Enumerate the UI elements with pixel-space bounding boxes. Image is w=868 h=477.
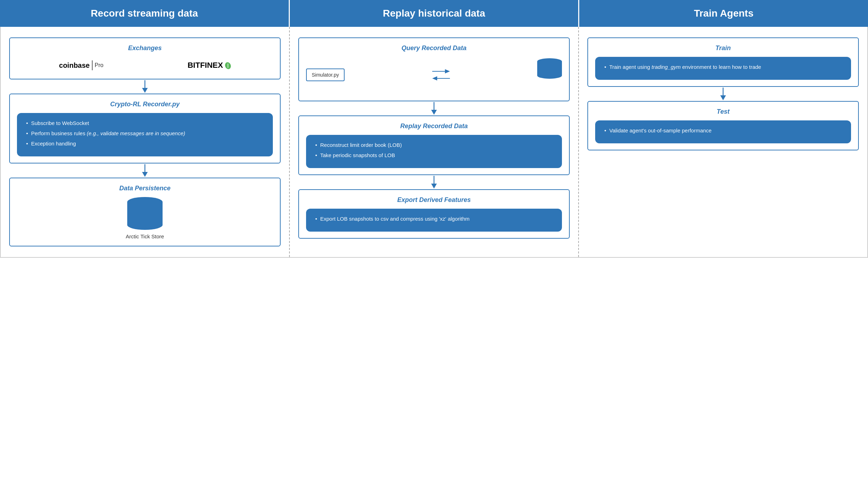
arrow-query-to-replay — [298, 101, 570, 115]
column-replay: Query Recorded Data Simulator.py — [290, 27, 579, 257]
bitfinex-leaf-icon — [224, 62, 231, 68]
column-train: Train Train agent using trading_gym envi… — [579, 27, 867, 257]
coinbase-pro-text: Pro — [95, 62, 104, 68]
test-title: Test — [595, 108, 851, 115]
exchanges-title: Exchanges — [17, 44, 273, 52]
recorder-list: Subscribe to WebSocket Perform business … — [25, 119, 265, 147]
small-arctic-container: Arctic TickStore — [537, 58, 562, 91]
simulator-box: Simulator.py — [306, 68, 345, 81]
arrow-left-icon — [432, 76, 450, 81]
test-card: Validate agent's out-of-sample performan… — [595, 120, 851, 143]
svg-marker-11 — [431, 110, 437, 115]
bitfinex-text: BITFINEX — [188, 61, 223, 70]
arrow-replay-to-export — [298, 175, 570, 189]
arrow-recorder-to-persistence — [9, 163, 281, 178]
export-box: Export Derived Features Export LOB snaps… — [298, 189, 570, 239]
header-col1: Record streaming data — [0, 0, 290, 27]
svg-marker-5 — [142, 172, 148, 177]
small-db-bottom — [537, 72, 562, 79]
svg-marker-15 — [720, 95, 726, 100]
svg-marker-9 — [432, 76, 437, 81]
coinbase-logo: coinbase Pro — [59, 60, 104, 70]
train-box: Train Train agent using trading_gym envi… — [587, 37, 859, 87]
arctic-db-cylinder — [127, 197, 163, 230]
test-item-1: Validate agent's out-of-sample performan… — [603, 127, 843, 134]
arrow-right-icon — [432, 68, 450, 74]
content-row: Exchanges coinbase Pro BITFINEX — [0, 27, 868, 258]
export-card: Export LOB snapshots to csv and compress… — [306, 209, 562, 232]
replay-box: Replay Recorded Data Reconstruct limit o… — [298, 115, 570, 175]
arctic-db-label: Arctic Tick Store — [126, 233, 164, 239]
exchanges-box: Exchanges coinbase Pro BITFINEX — [9, 37, 281, 79]
replay-item-2: Take periodic snapshots of LOB — [314, 151, 554, 159]
db-top — [127, 197, 163, 207]
recorder-card: Subscribe to WebSocket Perform business … — [17, 113, 273, 156]
db-bottom — [127, 220, 163, 230]
train-item-1: Train agent using trading_gym environmen… — [603, 63, 843, 71]
train-title: Train — [595, 44, 851, 52]
main-container: Record streaming data Replay historical … — [0, 0, 868, 258]
replay-item-1: Reconstruct limit order book (LOB) — [314, 141, 554, 149]
recorder-box: Crypto-RL Recorder.py Subscribe to WebSo… — [9, 94, 281, 163]
export-item-1: Export LOB snapshots to csv and compress… — [314, 215, 554, 222]
query-box: Query Recorded Data Simulator.py — [298, 37, 570, 101]
arrow-train-to-test — [587, 87, 859, 101]
recorder-item-2: Perform business rules (e.g., validate m… — [25, 130, 265, 137]
coinbase-separator — [92, 60, 93, 70]
recorder-item-3: Exception handling — [25, 140, 265, 147]
persistence-title: Data Persistence — [17, 185, 273, 192]
query-inner: Simulator.py — [306, 57, 562, 94]
arctic-db-container: Arctic Tick Store — [17, 197, 273, 239]
svg-marker-7 — [445, 69, 450, 73]
coinbase-text: coinbase — [59, 61, 90, 70]
train-list: Train agent using trading_gym environmen… — [603, 63, 843, 71]
column-record: Exchanges coinbase Pro BITFINEX — [1, 27, 290, 257]
train-card: Train agent using trading_gym environmen… — [595, 57, 851, 80]
export-title: Export Derived Features — [306, 196, 562, 204]
svg-marker-13 — [431, 184, 437, 189]
exchanges-logos: coinbase Pro BITFINEX — [17, 57, 273, 72]
arrow-exchanges-to-recorder — [9, 79, 281, 94]
replay-list: Reconstruct limit order book (LOB) Take … — [314, 141, 554, 159]
test-list: Validate agent's out-of-sample performan… — [603, 127, 843, 134]
header-row: Record streaming data Replay historical … — [0, 0, 868, 27]
query-title: Query Recorded Data — [306, 44, 562, 52]
header-col3: Train Agents — [579, 0, 868, 27]
arrows-between — [432, 68, 450, 81]
test-box: Test Validate agent's out-of-sample perf… — [587, 101, 859, 150]
svg-marker-3 — [142, 88, 148, 93]
persistence-box: Data Persistence Arctic Tick Store — [9, 178, 281, 246]
bitfinex-logo: BITFINEX — [188, 61, 231, 70]
small-arctic-label: Arctic TickStore — [539, 81, 560, 91]
recorder-item-1: Subscribe to WebSocket — [25, 119, 265, 127]
small-db-top — [537, 58, 562, 65]
header-col2: Replay historical data — [290, 0, 580, 27]
export-list: Export LOB snapshots to csv and compress… — [314, 215, 554, 222]
recorder-title: Crypto-RL Recorder.py — [17, 101, 273, 108]
replay-card: Reconstruct limit order book (LOB) Take … — [306, 135, 562, 168]
replay-title: Replay Recorded Data — [306, 123, 562, 130]
